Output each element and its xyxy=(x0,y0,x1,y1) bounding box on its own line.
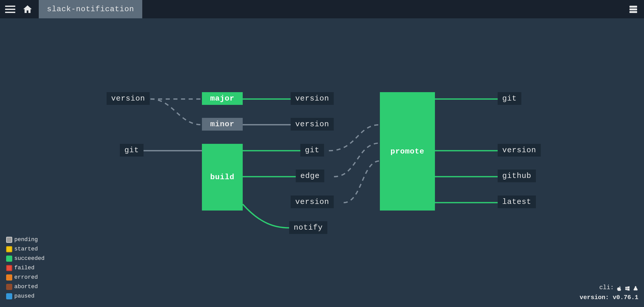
cli-download-row: cli: xyxy=(580,283,638,292)
version-row: version: v0.76.1 xyxy=(580,293,638,302)
svg-rect-1 xyxy=(629,8,637,10)
menu-icon[interactable] xyxy=(5,4,15,14)
swatch-pending xyxy=(6,237,12,243)
resource-notify[interactable]: notify xyxy=(289,221,327,234)
resource-version-3[interactable]: version xyxy=(291,196,334,208)
legend: pending started succeeded failed errored… xyxy=(6,235,45,301)
swatch-started xyxy=(6,246,12,252)
job-major[interactable]: major xyxy=(202,92,243,105)
cli-label: cli: xyxy=(599,283,614,292)
footer: cli: version: v0.76.1 xyxy=(580,283,638,302)
resource-github[interactable]: github xyxy=(498,170,536,182)
top-bar: slack-notification xyxy=(0,0,644,18)
legend-errored: errored xyxy=(6,273,45,282)
resource-edge[interactable]: edge xyxy=(296,170,324,182)
resource-version-1[interactable]: version xyxy=(291,92,334,105)
swatch-succeeded xyxy=(6,256,12,262)
version-label: version: xyxy=(580,294,609,301)
swatch-aborted xyxy=(6,284,12,290)
home-icon[interactable] xyxy=(22,4,33,14)
pipeline-tab[interactable]: slack-notification xyxy=(39,0,142,18)
legend-aborted: aborted xyxy=(6,283,45,291)
job-build[interactable]: build xyxy=(202,144,243,211)
resource-git-mid[interactable]: git xyxy=(300,144,324,157)
legend-paused: paused xyxy=(6,292,45,300)
resource-latest[interactable]: latest xyxy=(498,196,536,208)
pipeline-edges xyxy=(0,18,644,307)
resources-icon[interactable] xyxy=(629,5,638,14)
swatch-paused xyxy=(6,293,12,299)
legend-pending: pending xyxy=(6,235,45,244)
apple-icon[interactable] xyxy=(616,285,622,290)
pipeline-canvas[interactable]: version git major minor build version ve… xyxy=(0,18,644,307)
resource-version-4[interactable]: version xyxy=(498,144,541,157)
linux-icon[interactable] xyxy=(633,285,638,290)
legend-started: started xyxy=(6,245,45,253)
svg-rect-0 xyxy=(629,6,637,8)
svg-rect-2 xyxy=(629,11,637,13)
legend-succeeded: succeeded xyxy=(6,254,45,263)
resource-version-2[interactable]: version xyxy=(291,118,334,131)
swatch-errored xyxy=(6,274,12,281)
resource-git-out[interactable]: git xyxy=(498,92,521,105)
windows-icon[interactable] xyxy=(625,285,630,290)
job-minor[interactable]: minor xyxy=(202,118,243,131)
resource-git-input[interactable]: git xyxy=(120,144,144,157)
legend-failed: failed xyxy=(6,264,45,272)
swatch-failed xyxy=(6,265,12,271)
resource-version-input[interactable]: version xyxy=(107,92,150,105)
pipeline-title: slack-notification xyxy=(47,5,134,13)
job-promote[interactable]: promote xyxy=(380,92,435,211)
version-value: v0.76.1 xyxy=(613,294,638,301)
